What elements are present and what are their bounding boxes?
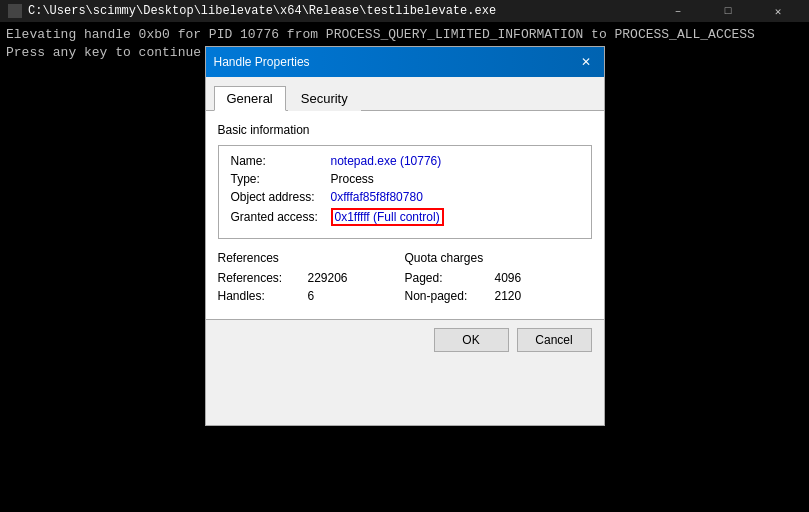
info-row-name: Name: notepad.exe (10776): [231, 154, 579, 168]
refs-row-references: References: 229206: [218, 271, 405, 285]
ok-button[interactable]: OK: [434, 328, 509, 352]
dialog-content: Basic information Name: notepad.exe (107…: [206, 111, 604, 319]
refs-label-paged: Paged:: [405, 271, 495, 285]
info-value-name[interactable]: notepad.exe (10776): [331, 154, 442, 168]
refs-value-references: 229206: [308, 271, 348, 285]
dialog-tabs: General Security: [206, 77, 604, 111]
terminal-line-1: Elevating handle 0xb0 for PID 10776 from…: [6, 26, 803, 44]
info-row-granted-access: Granted access: 0x1fffff (Full control): [231, 208, 579, 226]
dialog-footer: OK Cancel: [206, 319, 604, 360]
refs-label-handles: Handles:: [218, 289, 308, 303]
terminal-close-btn[interactable]: ✕: [755, 0, 801, 22]
refs-value-nonpaged: 2120: [495, 289, 522, 303]
refs-value-paged: 4096: [495, 271, 522, 285]
info-value-object-address[interactable]: 0xfffaf85f8f80780: [331, 190, 423, 204]
refs-row-paged: Paged: 4096: [405, 271, 592, 285]
terminal-controls[interactable]: – □ ✕: [655, 0, 801, 22]
dialog-title: Handle Properties: [214, 55, 310, 69]
info-label-object-address: Object address:: [231, 190, 331, 204]
tab-security[interactable]: Security: [288, 86, 361, 111]
refs-left-title: References: [218, 251, 405, 265]
dialog-titlebar: Handle Properties ✕: [206, 47, 604, 77]
refs-right-col: Quota charges Paged: 4096 Non-paged: 212…: [405, 251, 592, 307]
info-label-granted-access: Granted access:: [231, 210, 331, 224]
basic-info-section: Name: notepad.exe (10776) Type: Process …: [218, 145, 592, 239]
dialog-body: Basic information Name: notepad.exe (107…: [206, 111, 604, 360]
refs-right-title: Quota charges: [405, 251, 592, 265]
refs-label-nonpaged: Non-paged:: [405, 289, 495, 303]
refs-label-references: References:: [218, 271, 308, 285]
handle-properties-dialog: Handle Properties ✕ General Security Bas…: [205, 46, 605, 426]
info-label-type: Type:: [231, 172, 331, 186]
cancel-button[interactable]: Cancel: [517, 328, 592, 352]
terminal-title-left: C:\Users\scimmy\Desktop\libelevate\x64\R…: [8, 4, 496, 18]
terminal-title-text: C:\Users\scimmy\Desktop\libelevate\x64\R…: [28, 4, 496, 18]
refs-value-handles: 6: [308, 289, 315, 303]
refs-row-handles: Handles: 6: [218, 289, 405, 303]
info-label-name: Name:: [231, 154, 331, 168]
tab-general[interactable]: General: [214, 86, 286, 111]
terminal-maximize-btn[interactable]: □: [705, 0, 751, 22]
info-row-object-address: Object address: 0xfffaf85f8f80780: [231, 190, 579, 204]
terminal-minimize-btn[interactable]: –: [655, 0, 701, 22]
refs-left-col: References References: 229206 Handles: 6: [218, 251, 405, 307]
info-value-granted-access: 0x1fffff (Full control): [331, 208, 444, 226]
refs-row-nonpaged: Non-paged: 2120: [405, 289, 592, 303]
info-value-type: Process: [331, 172, 374, 186]
info-row-type: Type: Process: [231, 172, 579, 186]
terminal-app-icon: [8, 4, 22, 18]
basic-info-title: Basic information: [218, 123, 592, 137]
references-section: References References: 229206 Handles: 6…: [218, 251, 592, 307]
dialog-close-btn[interactable]: ✕: [576, 52, 596, 72]
terminal-titlebar: C:\Users\scimmy\Desktop\libelevate\x64\R…: [0, 0, 809, 22]
